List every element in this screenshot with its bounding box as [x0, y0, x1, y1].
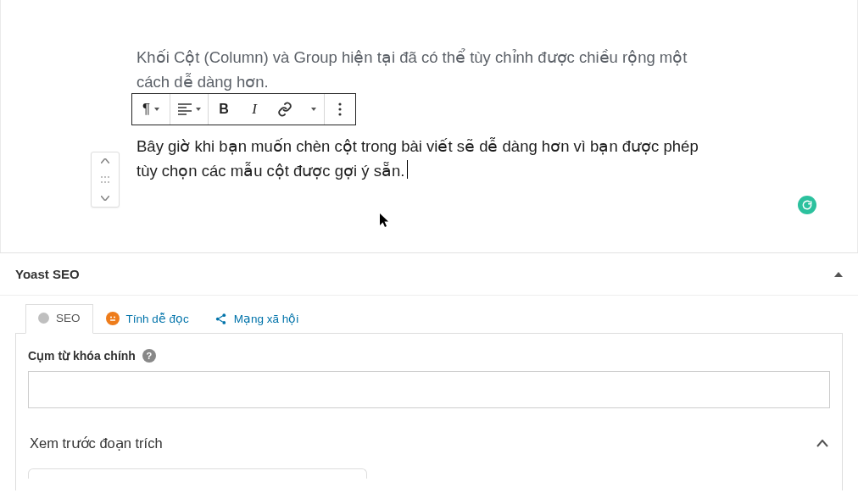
kebab-icon	[338, 102, 342, 116]
yoast-seo-panel: Yoast SEO SEO Tính dễ đọc Mạng xã hội Cụ…	[0, 252, 858, 490]
selected-block-wrapper: ¶ B I	[8, 135, 850, 183]
chevron-up-icon	[101, 158, 109, 163]
chevron-down-icon	[101, 196, 109, 201]
svg-point-11	[222, 313, 226, 317]
grammarly-badge[interactable]	[798, 196, 816, 214]
svg-point-2	[338, 114, 341, 116]
help-icon[interactable]: ?	[142, 349, 156, 363]
toolbar-align[interactable]	[170, 94, 208, 125]
italic-icon: I	[252, 101, 257, 118]
tab-seo[interactable]: SEO	[25, 304, 93, 334]
tab-social-label: Mạng xã hội	[234, 312, 299, 325]
collapse-up-icon	[834, 272, 843, 277]
move-up-button[interactable]	[92, 152, 119, 169]
paragraph-block[interactable]: Khối Cột (Column) và Group hiện tại đã c…	[136, 0, 722, 94]
chevron-up-icon	[816, 438, 828, 450]
mouse-pointer-icon	[380, 213, 390, 230]
align-left-icon	[178, 103, 192, 115]
svg-point-8	[108, 181, 109, 183]
svg-point-10	[114, 317, 115, 318]
chevron-down-icon	[196, 108, 201, 111]
drag-handle[interactable]	[92, 169, 119, 190]
chevron-down-icon	[311, 108, 316, 111]
tab-seo-label: SEO	[56, 312, 81, 324]
svg-point-9	[110, 317, 112, 318]
readability-face-icon	[106, 312, 120, 325]
toolbar-bold[interactable]: B	[209, 94, 239, 125]
block-toolbar: ¶ B I	[131, 93, 356, 125]
seo-status-dot-icon	[38, 313, 49, 324]
toolbar-more-options[interactable]	[325, 94, 355, 125]
snippet-preview-box	[28, 468, 367, 479]
snippet-preview-toggle[interactable]: Xem trước đoạn trích	[28, 430, 830, 453]
tab-readability[interactable]: Tính dễ đọc	[93, 304, 202, 334]
focus-keyword-input[interactable]	[28, 371, 830, 408]
svg-point-1	[338, 108, 341, 111]
toolbar-block-type[interactable]: ¶	[132, 94, 170, 125]
link-icon	[277, 102, 292, 117]
svg-point-0	[338, 103, 341, 106]
yoast-tab-content: Cụm từ khóa chính ? Xem trước đoạn trích	[15, 333, 843, 490]
grammarly-icon	[801, 199, 813, 211]
svg-point-5	[108, 176, 109, 178]
svg-point-4	[104, 176, 106, 178]
editor-canvas[interactable]: Khối Cột (Column) và Group hiện tại đã c…	[0, 0, 858, 252]
tab-readability-label: Tính dễ đọc	[126, 312, 189, 325]
active-paragraph-text: Bây giờ khi bạn muốn chèn cột trong bài …	[136, 137, 699, 180]
chevron-down-icon	[154, 108, 159, 111]
toolbar-italic[interactable]: I	[239, 94, 270, 125]
toolbar-link[interactable]	[270, 94, 300, 125]
bold-icon: B	[219, 102, 229, 117]
svg-point-3	[101, 176, 103, 178]
active-paragraph[interactable]: Bây giờ khi bạn muốn chèn cột trong bài …	[136, 135, 722, 183]
focus-keyword-label: Cụm từ khóa chính	[28, 349, 136, 363]
svg-point-12	[216, 317, 220, 320]
move-down-button[interactable]	[92, 190, 119, 207]
focus-keyword-label-row: Cụm từ khóa chính ?	[28, 349, 830, 363]
snippet-preview-title: Xem trước đoạn trích	[30, 435, 163, 451]
yoast-panel-header[interactable]: Yoast SEO	[0, 253, 858, 296]
paragraph-text: Khối Cột (Column) và Group hiện tại đã c…	[136, 46, 722, 94]
drag-icon	[100, 175, 110, 184]
yoast-panel-title: Yoast SEO	[15, 267, 80, 281]
yoast-tabs: SEO Tính dễ đọc Mạng xã hội	[0, 296, 858, 334]
svg-point-7	[104, 181, 106, 183]
toolbar-more-inline[interactable]	[300, 94, 324, 125]
svg-point-6	[101, 181, 103, 183]
pilcrow-icon: ¶	[142, 101, 150, 118]
share-icon	[214, 313, 227, 325]
tab-social[interactable]: Mạng xã hội	[202, 304, 312, 334]
svg-point-13	[222, 321, 226, 324]
text-caret	[407, 160, 408, 179]
block-move-handles	[91, 152, 120, 208]
